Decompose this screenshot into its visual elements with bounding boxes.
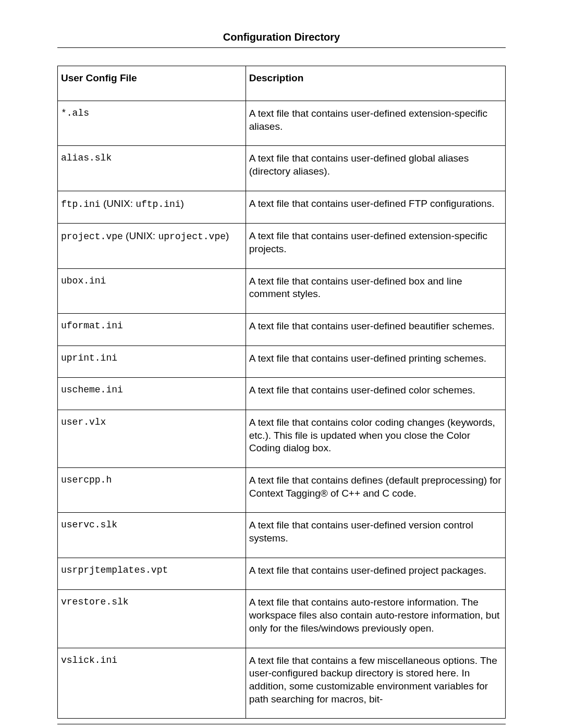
unix-label: (UNIX:: [101, 198, 136, 209]
table-row: ftp.ini (UNIX: uftp.ini)A text file that…: [58, 191, 506, 223]
file-name: uprint.ini: [61, 353, 117, 363]
config-table: User Config File Description *.alsA text…: [57, 66, 506, 719]
file-name: user.vlx: [61, 417, 106, 427]
file-cell: vrestore.slk: [58, 590, 246, 648]
file-cell: usrprjtemplates.vpt: [58, 558, 246, 590]
unix-file-name: uproject.vpe: [158, 231, 226, 242]
file-cell: uprint.ini: [58, 346, 246, 378]
desc-cell: A text file that contains user-defined p…: [246, 346, 505, 378]
desc-cell: A text file that contains user-defined b…: [246, 268, 505, 313]
desc-cell: A text file that contains user-defined b…: [246, 313, 505, 346]
file-cell: ubox.ini: [58, 268, 246, 313]
table-row: alias.slkA text file that contains user-…: [58, 146, 506, 191]
table-row: uservc.slkA text file that contains user…: [58, 513, 506, 558]
file-cell: alias.slk: [58, 146, 246, 191]
file-name: vrestore.slk: [61, 597, 129, 607]
desc-cell: A text file that contains user-defined c…: [246, 378, 505, 410]
desc-cell: A text file that contains color coding c…: [246, 410, 505, 467]
file-name: ftp.ini: [61, 199, 101, 209]
file-name: usrprjtemplates.vpt: [61, 565, 168, 575]
file-name: ubox.ini: [61, 276, 106, 286]
desc-cell: A text file that contains user-defined v…: [246, 513, 505, 558]
file-name: vslick.ini: [61, 655, 117, 665]
desc-cell: A text file that contains auto-restore i…: [246, 590, 505, 648]
table-row: uformat.iniA text file that contains use…: [58, 313, 506, 346]
table-row: *.alsA text file that contains user-defi…: [58, 101, 506, 146]
file-name: usercpp.h: [61, 475, 112, 485]
table-row: uprint.iniA text file that contains user…: [58, 346, 506, 378]
unix-label: (UNIX:: [123, 230, 158, 241]
table-row: usercpp.hA text file that contains defin…: [58, 468, 506, 513]
page-footer: 486: [57, 724, 506, 728]
file-cell: *.als: [58, 101, 246, 146]
file-cell: uformat.ini: [58, 313, 246, 346]
file-cell: uservc.slk: [58, 513, 246, 558]
desc-cell: A text file that contains user-defined F…: [246, 191, 505, 223]
file-cell: uscheme.ini: [58, 378, 246, 410]
file-name: *.als: [61, 108, 89, 118]
file-cell: project.vpe (UNIX: uproject.vpe): [58, 224, 246, 268]
file-cell: vslick.ini: [58, 648, 246, 719]
file-cell: usercpp.h: [58, 468, 246, 513]
file-cell: user.vlx: [58, 410, 246, 467]
desc-cell: A text file that contains user-defined e…: [246, 224, 505, 268]
file-name: alias.slk: [61, 153, 112, 163]
col-header-file: User Config File: [58, 66, 246, 101]
table-row: vrestore.slkA text file that contains au…: [58, 590, 506, 648]
desc-cell: A text file that contains user-defined p…: [246, 558, 505, 590]
table-row: vslick.iniA text file that contains a fe…: [58, 648, 506, 719]
file-name: uscheme.ini: [61, 385, 123, 395]
table-body: *.alsA text file that contains user-defi…: [58, 101, 506, 719]
table-row: ubox.iniA text file that contains user-d…: [58, 268, 506, 313]
table-row: project.vpe (UNIX: uproject.vpe)A text f…: [58, 224, 506, 268]
unix-file-name: uftp.ini: [136, 199, 180, 209]
unix-close: ): [226, 230, 229, 241]
desc-cell: A text file that contains a few miscella…: [246, 648, 505, 719]
unix-close: ): [181, 198, 184, 209]
file-name: uformat.ini: [61, 320, 123, 331]
table-header-row: User Config File Description: [58, 66, 506, 101]
table-row: user.vlxA text file that contains color …: [58, 410, 506, 467]
col-header-desc: Description: [246, 66, 505, 101]
desc-cell: A text file that contains user-defined e…: [246, 101, 505, 146]
file-cell: ftp.ini (UNIX: uftp.ini): [58, 191, 246, 223]
table-row: uscheme.iniA text file that contains use…: [58, 378, 506, 410]
desc-cell: A text file that contains defines (defau…: [246, 468, 505, 513]
page-header: Configuration Directory: [57, 31, 506, 48]
table-row: usrprjtemplates.vptA text file that cont…: [58, 558, 506, 590]
file-name: uservc.slk: [61, 520, 117, 530]
page-title: Configuration Directory: [223, 31, 340, 43]
file-name: project.vpe: [61, 231, 123, 242]
desc-cell: A text file that contains user-defined g…: [246, 146, 505, 191]
